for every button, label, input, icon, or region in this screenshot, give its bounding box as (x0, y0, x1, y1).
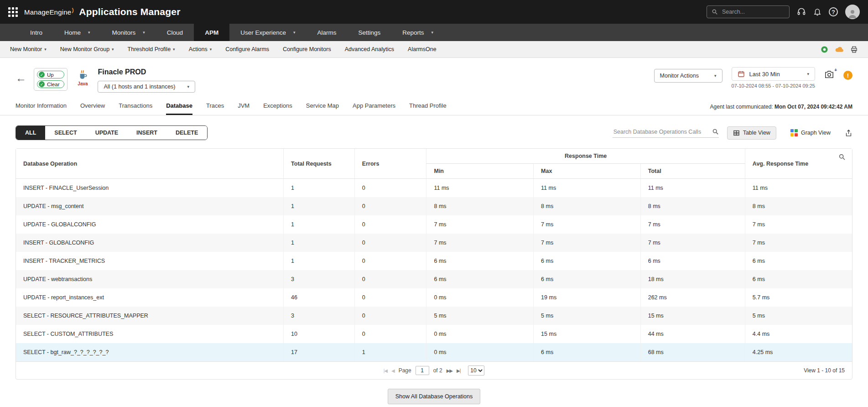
nav-item-cloud[interactable]: Cloud (156, 24, 194, 41)
nav-item-user-experience[interactable]: User Experience▾ (229, 24, 306, 41)
col-header-max[interactable]: Max (534, 164, 641, 179)
nav-item-apm[interactable]: APM (194, 24, 229, 41)
table-row[interactable]: UPDATE - report_instances_ext 46 0 0 ms … (16, 288, 852, 307)
nav-item-settings[interactable]: Settings (347, 24, 391, 41)
cloud-icon[interactable] (835, 46, 844, 53)
nav-item-intro[interactable]: Intro (19, 24, 53, 41)
page-number-input[interactable] (416, 366, 429, 375)
filter-insert-button[interactable]: INSERT (127, 126, 166, 140)
first-page-icon[interactable]: |◀ (384, 368, 387, 373)
cell-operation[interactable]: SELECT - CUSTOM_ATTRIBUTES (16, 325, 284, 343)
operations-search-input[interactable] (613, 128, 708, 136)
subnav-configure-monitors[interactable]: Configure Monitors (283, 46, 331, 52)
nav-label: Home (64, 29, 81, 36)
subnav-new-monitor[interactable]: New Monitor▾ (10, 46, 47, 52)
gear-icon[interactable] (821, 46, 828, 53)
col-header-min[interactable]: Min (426, 164, 534, 179)
table-search-icon[interactable] (838, 153, 846, 161)
graph-view-button[interactable]: Graph View (785, 126, 837, 140)
subnav-advanced-analytics[interactable]: Advanced Analytics (345, 46, 394, 52)
subnav-label: AlarmsOne (408, 46, 437, 52)
filter-update-button[interactable]: UPDATE (86, 126, 127, 140)
table-row[interactable]: INSERT - TRACKER_METRICS 1 0 6 ms 6 ms 6… (16, 252, 852, 270)
cell-operation[interactable]: UPDATE - msg_content (16, 197, 284, 215)
global-search-input[interactable] (721, 8, 780, 16)
subnav-actions[interactable]: Actions▾ (189, 46, 212, 52)
table-row[interactable]: SELECT - CUSTOM_ATTRIBUTES 10 0 0 ms 15 … (16, 325, 852, 343)
subnav-alarmsone[interactable]: AlarmsOne (408, 46, 437, 52)
table-row[interactable]: SELECT - RESOURCE_ATTRIBUTES_MAPPER 3 0 … (16, 307, 852, 325)
table-row[interactable]: UPDATE - webtransactions 3 0 6 ms 6 ms 1… (16, 270, 852, 288)
screenshot-camera-icon[interactable]: + (824, 70, 834, 79)
previous-page-icon[interactable]: ◀ (391, 368, 395, 373)
col-header-errors[interactable]: Errors (354, 149, 426, 179)
table-row[interactable]: UPDATE - GLOBALCONFIG 1 0 7 ms 7 ms 7 ms… (16, 215, 852, 234)
table-row[interactable]: SELECT - bgt_raw_?_?_?_?_?_? 17 1 0 ms 6… (16, 343, 852, 361)
next-page-icon[interactable]: ▶▶ (447, 368, 452, 373)
subnav-configure-alarms[interactable]: Configure Alarms (225, 46, 269, 52)
cell-errors: 0 (354, 197, 426, 215)
tab-service-map[interactable]: Service Map (306, 98, 339, 115)
health-status-badge[interactable]: ✓ Clear (37, 80, 64, 88)
cell-operation[interactable]: INSERT - GLOBALCONFIG (16, 234, 284, 252)
tab-database[interactable]: Database (166, 98, 192, 115)
cell-operation[interactable]: INSERT - FINACLE_UserSession (16, 179, 284, 198)
time-range-detail: 07-10-2024 08:55 - 07-10-2024 09:25 (732, 83, 815, 89)
help-icon[interactable]: ? (829, 7, 838, 16)
table-row[interactable]: INSERT - FINACLE_UserSession 1 0 11 ms 1… (16, 179, 852, 198)
monitor-actions-select[interactable]: Monitor Actions ▾ (654, 69, 722, 83)
subnav-new-monitor-group[interactable]: New Monitor Group▾ (60, 46, 114, 52)
filter-select-button[interactable]: SELECT (45, 126, 86, 140)
apps-grid-icon[interactable] (8, 7, 18, 17)
cell-operation[interactable]: UPDATE - GLOBALCONFIG (16, 215, 284, 234)
tab-traces[interactable]: Traces (206, 98, 224, 115)
col-header-operation[interactable]: Database Operation (16, 149, 284, 179)
time-range-select[interactable]: Last 30 Min ▾ (732, 67, 815, 81)
col-header-avg[interactable]: Avg. Response Time (745, 149, 852, 179)
tab-transactions[interactable]: Transactions (119, 98, 152, 115)
availability-status-badge[interactable]: ✓ Up (37, 71, 64, 78)
cell-operation[interactable]: SELECT - bgt_raw_?_?_?_?_?_? (16, 343, 284, 361)
tab-exceptions[interactable]: Exceptions (263, 98, 292, 115)
nav-item-alarms[interactable]: Alarms (306, 24, 347, 41)
export-share-icon[interactable] (845, 129, 852, 137)
col-header-requests[interactable]: Total Requests (284, 149, 355, 179)
brand-swoosh-icon (72, 7, 75, 14)
warning-icon[interactable]: ! (843, 71, 852, 80)
subnav-threshold-profile[interactable]: Threshold Profile▾ (128, 46, 175, 52)
filter-delete-button[interactable]: DELETE (166, 126, 207, 140)
filter-all-button[interactable]: ALL (16, 126, 45, 140)
tab-jvm[interactable]: JVM (238, 98, 249, 115)
search-icon[interactable] (712, 128, 719, 135)
operations-search[interactable] (613, 128, 719, 138)
nav-item-monitors[interactable]: Monitors▾ (101, 24, 156, 41)
tab-app-parameters[interactable]: App Parameters (353, 98, 395, 115)
last-page-icon[interactable]: ▶| (457, 368, 460, 373)
nav-label: APM (205, 29, 218, 36)
cell-operation[interactable]: UPDATE - report_instances_ext (16, 288, 284, 307)
tab-thread-profile[interactable]: Thread Profile (409, 98, 447, 115)
tab-overview[interactable]: Overview (80, 98, 105, 115)
tab-monitor-information[interactable]: Monitor Information (16, 98, 67, 115)
cell-operation[interactable]: UPDATE - webtransactions (16, 270, 284, 288)
page-size-select[interactable]: 10 (468, 365, 484, 376)
nav-item-home[interactable]: Home▾ (53, 24, 101, 41)
global-search[interactable] (707, 5, 790, 18)
table-row[interactable]: INSERT - GLOBALCONFIG 1 0 7 ms 7 ms 7 ms… (16, 234, 852, 252)
cell-operation[interactable]: SELECT - RESOURCE_ATTRIBUTES_MAPPER (16, 307, 284, 325)
nav-item-reports[interactable]: Reports▾ (391, 24, 444, 41)
cell-errors: 0 (354, 234, 426, 252)
support-headset-icon[interactable] (797, 7, 806, 16)
cell-operation[interactable]: INSERT - TRACKER_METRICS (16, 252, 284, 270)
user-avatar[interactable] (845, 5, 860, 19)
instance-selector[interactable]: All (1 hosts and 1 instances) ▾ (98, 81, 195, 93)
col-header-total[interactable]: Total (640, 164, 745, 179)
table-view-button[interactable]: Table View (727, 126, 776, 140)
subnav-label: Actions (189, 46, 208, 52)
table-row[interactable]: UPDATE - msg_content 1 0 8 ms 8 ms 8 ms … (16, 197, 852, 215)
notifications-bell-icon[interactable] (813, 7, 821, 16)
nav-label: Alarms (317, 29, 336, 36)
back-arrow-icon[interactable]: ← (16, 73, 26, 83)
printer-icon[interactable] (850, 46, 858, 53)
show-all-operations-button[interactable]: Show All Database Operations (388, 389, 481, 404)
